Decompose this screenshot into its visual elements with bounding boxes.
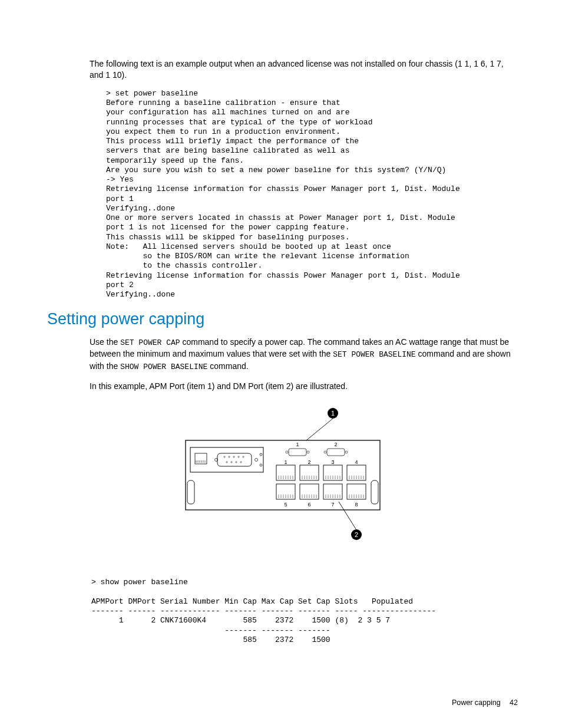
para1-text-d: command.: [207, 361, 248, 371]
svg-rect-3: [190, 447, 263, 472]
intro-paragraph: The following text is an example output …: [90, 58, 518, 81]
svg-point-28: [345, 451, 348, 453]
svg-point-17: [226, 462, 227, 463]
cmd-set-power-baseline: SET POWER BASELINE: [333, 350, 415, 359]
svg-point-14: [233, 456, 234, 457]
diagram-port-row-bottom: [276, 484, 366, 499]
section-paragraph-2: In this example, APM Port (item 1) and D…: [90, 381, 518, 393]
section-paragraph-1: Use the SET POWER CAP command to specify…: [90, 337, 518, 373]
diagram-serial-label-1: 1: [296, 442, 299, 447]
svg-point-13: [228, 456, 229, 457]
diagram-port-label-4: 4: [355, 459, 358, 465]
diagram-port-row-top: [276, 465, 366, 480]
diagram-callout-1: 1: [330, 410, 334, 417]
page-footer: Power capping 42: [452, 699, 518, 707]
diagram-port-label-3: 3: [331, 459, 334, 465]
svg-point-23: [260, 464, 262, 466]
cmd-set-power-cap: SET POWER CAP: [120, 338, 180, 347]
svg-line-94: [339, 502, 356, 530]
svg-point-21: [254, 459, 257, 462]
footer-section-label: Power capping: [452, 699, 501, 707]
cmd-show-power-baseline: SHOW POWER BASELINE: [120, 363, 207, 371]
footer-page-number: 42: [510, 699, 518, 707]
svg-point-26: [307, 451, 309, 453]
port-diagram: 1: [47, 406, 518, 561]
svg-point-20: [240, 462, 241, 463]
svg-point-19: [235, 462, 236, 463]
svg-point-12: [223, 456, 224, 457]
diagram-port-label-6: 6: [308, 502, 310, 508]
code-output-baseline: > set power baseline Before running a ba…: [106, 89, 518, 300]
diagram-port-label-5: 5: [284, 502, 287, 508]
diagram-port-label-1: 1: [284, 459, 287, 465]
svg-point-25: [286, 451, 288, 453]
svg-line-1: [306, 419, 333, 440]
diagram-port-label-2: 2: [308, 459, 310, 465]
diagram-serial-label-2: 2: [334, 442, 337, 447]
svg-rect-24: [187, 480, 194, 504]
svg-point-22: [260, 453, 262, 456]
diagram-port-label-8: 8: [355, 502, 358, 508]
diagram-callout-2: 2: [354, 531, 358, 538]
para1-text-a: Use the: [90, 337, 120, 347]
svg-point-16: [242, 456, 243, 457]
code-output-show-baseline: > show power baseline APMPort DMPort Ser…: [91, 578, 518, 645]
section-heading: Setting power capping: [47, 310, 518, 328]
svg-point-27: [324, 451, 326, 453]
svg-rect-93: [371, 480, 378, 504]
port-diagram-svg: 1: [174, 406, 392, 559]
svg-point-18: [230, 462, 232, 463]
diagram-port-label-7: 7: [331, 502, 334, 508]
svg-point-15: [237, 456, 239, 457]
